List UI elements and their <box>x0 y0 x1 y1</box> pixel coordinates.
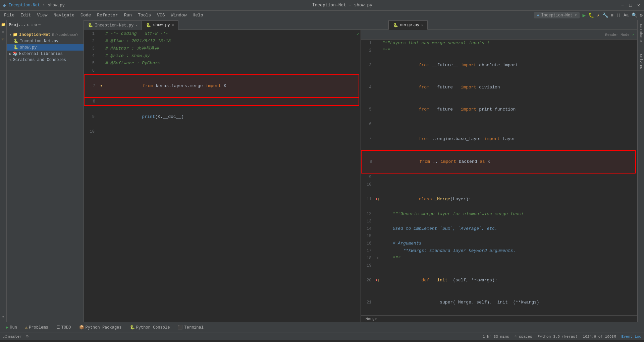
menu-navigate[interactable]: Navigate <box>51 12 77 18</box>
tab-merge-close[interactable]: ✕ <box>421 23 423 27</box>
merge-ok-icon: ✓ <box>632 32 635 37</box>
tree-item-external-libraries[interactable]: ▶ 📚 External Libraries <box>7 51 84 57</box>
merge-line-16: 16 # Arguments <box>361 240 638 247</box>
code-line-4: 4 # @File : show.py <box>84 52 361 60</box>
menu-bar: File Edit View Navigate Code Refactor Ru… <box>0 11 644 20</box>
favorites-icon[interactable]: ★ <box>0 313 6 319</box>
merge-line-7: 7 from ..engine.base_layer import Layer <box>361 128 638 150</box>
tab-show-close[interactable]: ✕ <box>172 23 174 27</box>
menu-run[interactable]: Run <box>121 12 135 18</box>
tree-item-show-py[interactable]: 🐍 show.py <box>7 44 84 51</box>
merge-line-10: 10 <box>361 181 638 188</box>
git-branch: master <box>8 335 22 339</box>
gear-small-icon[interactable]: ⚙ <box>35 22 37 27</box>
minimize-button[interactable]: − <box>620 3 625 8</box>
tab-python-console[interactable]: 🐍 Python Console <box>126 324 173 331</box>
event-log-button[interactable]: Event Log <box>622 335 641 339</box>
run-button[interactable]: ▶ <box>582 12 586 19</box>
database-icon[interactable]: Database <box>638 21 644 45</box>
merge-line-2: 2 """ <box>361 47 638 54</box>
merge-line-15: 15 <box>361 232 638 240</box>
learn-icon[interactable]: 🎓 <box>0 36 6 42</box>
menu-file[interactable]: File <box>1 12 17 18</box>
tree-item-root[interactable]: ▾ 📁 Inception-Net E:\codebase\ <box>7 31 84 38</box>
tab-python-packages[interactable]: 📦 Python Packages <box>76 324 125 331</box>
close-button[interactable]: ✕ <box>636 3 641 8</box>
title-bar: ◆ Inception-Net › show.py Inception-Net … <box>0 0 644 11</box>
tree-item-inception-net-py[interactable]: 🐍 Inception-Net.py <box>7 38 84 44</box>
search-button[interactable]: 🔍 <box>632 12 637 18</box>
breadcrumb-project[interactable]: Inception-Net <box>9 3 40 8</box>
menu-refactor[interactable]: Refactor <box>94 12 120 18</box>
maximize-button[interactable]: □ <box>628 3 633 8</box>
todo-label: TODO <box>61 325 71 330</box>
debug-button[interactable]: 🐛 <box>588 12 594 18</box>
status-left: ⎇ master ⟳ <box>3 334 29 339</box>
tab-show-py[interactable]: 🐍 show.py ✕ <box>142 20 178 30</box>
editor-split: 1 # -*- coding = utf-8 -*- 2 # @Time : 2… <box>84 30 637 322</box>
tab-problems[interactable]: ⚠ Problems <box>22 324 52 331</box>
merge-line-17: 17 **kwargs: standard layer keyword argu… <box>361 247 638 255</box>
scratches-label: Scratches and Consoles <box>13 58 66 62</box>
tab-todo[interactable]: ☰ TODO <box>53 324 74 331</box>
chevron-down-icon: ▾ <box>575 13 577 18</box>
merge-line-11: 11 ● ↓ class _Merge(Layer): <box>361 188 638 210</box>
app-icon: ◆ <box>3 2 6 9</box>
tab-inception-net-py[interactable]: 🐍 Inception-Net.py ✕ <box>84 20 142 30</box>
folder-icon: 📁 <box>13 32 18 37</box>
coverage-button[interactable]: ⚡ <box>597 12 599 18</box>
menu-tools[interactable]: Tools <box>135 12 154 18</box>
merge-line-6: 6 <box>361 121 638 128</box>
py-file-icon-show: 🐍 <box>13 45 18 50</box>
tabs-bar: 🐍 Inception-Net.py ✕ 🐍 show.py ✕ 🐍 merge… <box>84 20 637 30</box>
collapse-icon[interactable]: ↕ <box>31 23 33 27</box>
gear-icon[interactable]: ⚙ <box>640 12 643 18</box>
menu-vcs[interactable]: VCS <box>154 12 167 18</box>
merge-line-13: 13 <box>361 218 638 225</box>
code-line-3: 3 # @Author : 水神与月神 <box>84 45 361 52</box>
menu-edit[interactable]: Edit <box>18 12 34 18</box>
pause-button[interactable]: ⏸ <box>616 13 621 18</box>
code-line-5: 5 # @Software : PyCharm <box>84 60 361 67</box>
tree-item-scratches[interactable]: ✎ Scratches and Consoles <box>7 57 84 63</box>
menu-help[interactable]: Help <box>190 12 206 18</box>
chevron-right-icon: ▶ <box>9 52 11 56</box>
right-sidebar: Database SciView <box>637 20 644 322</box>
code-line-2: 2 # @Time : 2021/8/12 18:18 <box>84 38 361 45</box>
packages-label: Python Packages <box>86 325 122 330</box>
merge-py-code[interactable]: 1 """Layers that can merge several input… <box>361 40 638 315</box>
tab-terminal[interactable]: ⬛ Terminal <box>174 324 207 331</box>
step-arrow-icon: ↓ <box>377 196 380 203</box>
sciview-icon[interactable]: SciView <box>638 51 644 72</box>
more-icon[interactable]: ⋯ <box>38 22 41 27</box>
run-with-profiler-button[interactable]: 🔧 <box>602 12 608 18</box>
structure-icon[interactable]: ≡ <box>0 29 6 35</box>
tab-inception-close[interactable]: ✕ <box>136 23 138 27</box>
tab-inception-icon: 🐍 <box>88 23 93 28</box>
right-pane-header: Reader Mode ✓ <box>361 30 638 40</box>
run-tab-icon: ▶ <box>6 325 8 330</box>
todo-icon: ☰ <box>56 325 60 330</box>
project-toolbar: Proj... ↻ ↕ ⚙ ⋯ <box>7 20 84 30</box>
menu-code[interactable]: Code <box>78 12 94 18</box>
project-tree: ▾ 📁 Inception-Net E:\codebase\ 🐍 Incepti… <box>7 30 84 322</box>
menu-view[interactable]: View <box>34 12 50 18</box>
merge-line-4: 4 from __future__ import division <box>361 76 638 98</box>
code-line-7: 7 ● from keras.layers.merge import K <box>84 74 359 98</box>
step-arrow-icon-20: ↓ <box>377 277 380 284</box>
run-config-selector[interactable]: ◆ Inception-Net ▾ <box>534 12 580 18</box>
stop-button[interactable]: ■ <box>611 13 613 18</box>
reader-mode-label[interactable]: Reader Mode <box>605 33 630 37</box>
merge-line-18: 18 ○ """ <box>361 255 638 262</box>
scratches-icon: ✎ <box>9 58 12 62</box>
project-icon[interactable]: 📁 <box>0 21 6 27</box>
sync-icon[interactable]: ↻ <box>27 22 29 27</box>
show-py-code[interactable]: 1 # -*- coding = utf-8 -*- 2 # @Time : 2… <box>84 30 361 322</box>
run-config-label: Inception-Net <box>541 13 573 18</box>
tab-merge-py[interactable]: 🐍 merge.py ✕ <box>388 20 428 30</box>
menu-window[interactable]: Window <box>168 12 190 18</box>
tab-run[interactable]: ▶ Run <box>3 324 20 331</box>
translate-button[interactable]: Aa <box>624 13 629 18</box>
breadcrumb-file: show.py <box>48 3 64 8</box>
folder-expand-icon: ▾ <box>9 33 11 37</box>
